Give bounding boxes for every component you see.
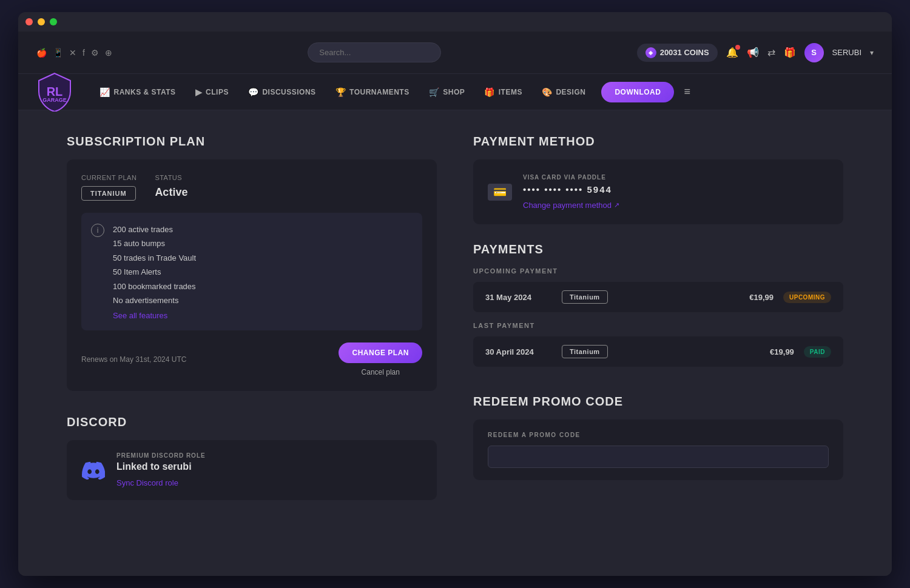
discord-logo-svg bbox=[82, 461, 105, 479]
nav-shop-label: SHOP bbox=[443, 88, 465, 96]
ranks-icon: 📈 bbox=[99, 87, 110, 97]
username-label[interactable]: SERUBI bbox=[832, 48, 861, 57]
discord-section-title: DISCORD bbox=[67, 415, 437, 429]
nav-design[interactable]: 🎨 DESIGN bbox=[533, 82, 595, 102]
items-icon: 🎁 bbox=[484, 87, 495, 97]
svg-text:RL: RL bbox=[47, 85, 63, 98]
redeem-section-title: REDEEM PROMO CODE bbox=[473, 395, 843, 409]
last-payment-label: LAST PAYMENT bbox=[473, 322, 843, 329]
social-icons: 🍎 📱 ✕ f ⚙ ⊕ bbox=[36, 48, 112, 58]
gift-icon[interactable]: 🎁 bbox=[784, 47, 796, 58]
speaker-icon[interactable]: 📢 bbox=[747, 47, 759, 58]
nav-clips[interactable]: ▶ CLIPS bbox=[187, 82, 237, 102]
last-status-badge: PAID bbox=[804, 346, 831, 358]
feature-item: 200 active trades bbox=[113, 222, 196, 236]
upcoming-plan-badge: Titanium bbox=[562, 290, 608, 304]
hamburger-menu[interactable]: ≡ bbox=[684, 85, 690, 98]
search-input[interactable] bbox=[308, 42, 441, 62]
nav-discussions-label: DISCUSSIONS bbox=[262, 88, 315, 96]
upcoming-payment-row: 31 May 2024 Titanium €19,99 UPCOMING bbox=[473, 282, 843, 312]
plan-badge: TITANIUM bbox=[81, 186, 136, 201]
steam-icon[interactable]: ⚙ bbox=[91, 48, 99, 58]
shop-icon: 🛒 bbox=[429, 87, 440, 97]
sync-discord-link[interactable]: Sync Discord role bbox=[116, 478, 178, 487]
top-nav-left: 🍎 📱 ✕ f ⚙ ⊕ bbox=[36, 48, 112, 58]
design-icon: 🎨 bbox=[542, 87, 553, 97]
notification-dot bbox=[735, 45, 740, 50]
subscription-card: Current plan TITANIUM Status Active i bbox=[67, 159, 437, 391]
info-icon: i bbox=[91, 224, 104, 237]
nav-shop[interactable]: 🛒 SHOP bbox=[420, 82, 474, 102]
twitter-icon[interactable]: ✕ bbox=[69, 48, 76, 58]
see-all-features-link[interactable]: See all features bbox=[113, 311, 167, 320]
apple-icon[interactable]: 🍎 bbox=[36, 48, 47, 58]
current-plan-label: Current plan bbox=[81, 174, 136, 181]
feature-item: 100 bookmarked trades bbox=[113, 279, 196, 293]
main-navigation: RL GARAGE 📈 RANKS & STATS ▶ CLIPS 💬 DISC… bbox=[18, 74, 892, 110]
payments-section: PAYMENTS UPCOMING PAYMENT 31 May 2024 Ti… bbox=[473, 242, 843, 376]
close-btn[interactable] bbox=[25, 18, 33, 25]
discord-nav-icon[interactable]: ⊕ bbox=[105, 48, 112, 58]
redeem-card: REDEEM A PROMO CODE bbox=[473, 419, 843, 480]
user-avatar[interactable]: S bbox=[804, 43, 824, 62]
discord-role-label: PREMIUM DISCORD ROLE bbox=[116, 452, 206, 459]
nav-clips-label: CLIPS bbox=[206, 88, 229, 96]
current-plan-col: Current plan TITANIUM bbox=[81, 174, 136, 201]
upcoming-payment-label: UPCOMING PAYMENT bbox=[473, 267, 843, 275]
android-icon[interactable]: 📱 bbox=[53, 48, 63, 58]
plan-footer: Renews on May 31st, 2024 UTC CHANGE PLAN… bbox=[81, 342, 422, 376]
plan-status: Active bbox=[155, 186, 187, 198]
payment-method-card: 💳 VISA CARD VIA PADDLE •••• •••• •••• 59… bbox=[473, 159, 843, 224]
nav-items-label: ITEMS bbox=[499, 88, 522, 96]
clips-icon: ▶ bbox=[195, 87, 203, 97]
payment-method-title: PAYMENT METHOD bbox=[473, 135, 843, 149]
card-details: VISA CARD VIA PADDLE •••• •••• •••• 5944… bbox=[523, 174, 619, 210]
titlebar bbox=[18, 12, 892, 32]
change-payment-link[interactable]: Change payment method ↗ bbox=[523, 201, 619, 210]
left-column: SUBSCRIPTION PLAN Current plan TITANIUM … bbox=[67, 135, 437, 500]
upcoming-amount: €19,99 bbox=[749, 293, 774, 302]
upcoming-date: 31 May 2024 bbox=[485, 293, 552, 302]
nav-ranks-stats[interactable]: 📈 RANKS & STATS bbox=[91, 82, 184, 102]
svg-text:GARAGE: GARAGE bbox=[42, 97, 67, 103]
features-content: 200 active trades 15 auto bumps 50 trade… bbox=[113, 222, 196, 321]
cancel-plan-link[interactable]: Cancel plan bbox=[362, 368, 400, 376]
last-amount: €19,99 bbox=[770, 347, 794, 356]
subscription-section-title: SUBSCRIPTION PLAN bbox=[67, 135, 437, 149]
last-date: 30 April 2024 bbox=[485, 347, 552, 356]
user-chevron[interactable]: ▾ bbox=[870, 48, 874, 57]
coins-badge[interactable]: ◈ 20031 COINS bbox=[637, 44, 718, 62]
nav-tournaments-label: TOURNAMENTS bbox=[349, 88, 410, 96]
status-label: Status bbox=[155, 174, 187, 181]
discussions-icon: 💬 bbox=[248, 87, 259, 97]
nav-links: 📈 RANKS & STATS ▶ CLIPS 💬 DISCUSSIONS 🏆 … bbox=[91, 82, 874, 102]
discord-username: Linked to serubi bbox=[116, 461, 206, 472]
notification-bell[interactable]: 🔔 bbox=[726, 47, 738, 58]
coins-value: 20031 COINS bbox=[660, 48, 709, 57]
status-col: Status Active bbox=[155, 174, 187, 201]
feature-item: 50 trades in Trade Vault bbox=[113, 251, 196, 265]
plan-header: Current plan TITANIUM Status Active bbox=[81, 174, 422, 201]
compare-icon[interactable]: ⇄ bbox=[767, 47, 775, 58]
coins-icon: ◈ bbox=[645, 47, 656, 58]
logo-shield: RL GARAGE bbox=[36, 72, 73, 112]
nav-items[interactable]: 🎁 ITEMS bbox=[476, 82, 531, 102]
change-plan-button[interactable]: CHANGE PLAN bbox=[339, 342, 422, 363]
feature-item: 15 auto bumps bbox=[113, 236, 196, 250]
upcoming-status-badge: UPCOMING bbox=[783, 292, 831, 303]
top-nav-right: ◈ 20031 COINS 🔔 📢 ⇄ 🎁 S SERUBI ▾ bbox=[637, 43, 874, 62]
nav-discussions[interactable]: 💬 DISCUSSIONS bbox=[240, 82, 325, 102]
payments-section-title: PAYMENTS bbox=[473, 242, 843, 256]
last-payment-row: 30 April 2024 Titanium €19,99 PAID bbox=[473, 336, 843, 367]
minimize-btn[interactable] bbox=[38, 18, 45, 25]
facebook-icon[interactable]: f bbox=[83, 48, 85, 58]
maximize-btn[interactable] bbox=[50, 18, 57, 25]
download-button[interactable]: DOWNLOAD bbox=[601, 82, 674, 102]
redeem-input[interactable] bbox=[488, 446, 829, 468]
subscription-section: SUBSCRIPTION PLAN Current plan TITANIUM … bbox=[67, 135, 437, 391]
card-number: •••• •••• •••• 5944 bbox=[523, 184, 619, 195]
payment-method-section: PAYMENT METHOD 💳 VISA CARD VIA PADDLE ••… bbox=[473, 135, 843, 224]
logo-area[interactable]: RL GARAGE bbox=[36, 72, 73, 112]
nav-tournaments[interactable]: 🏆 TOURNAMENTS bbox=[327, 82, 418, 102]
nav-ranks-label: RANKS & STATS bbox=[114, 88, 176, 96]
